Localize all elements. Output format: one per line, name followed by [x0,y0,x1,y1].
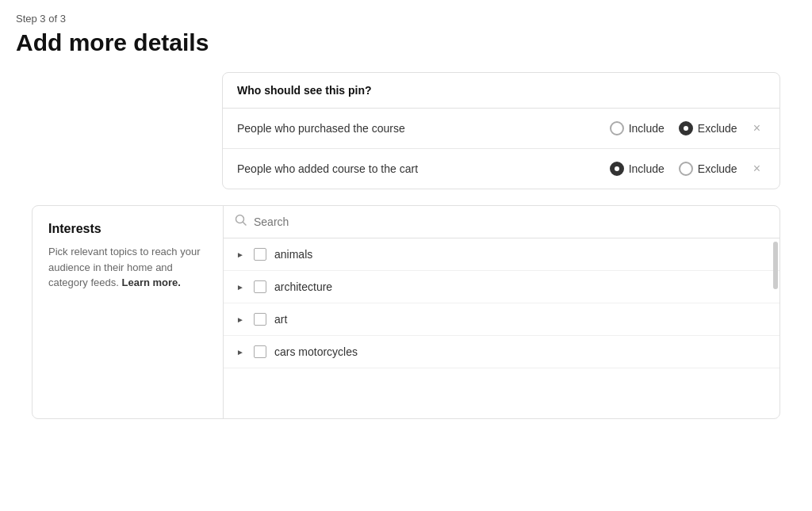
interest-item-architecture: ► architecture [224,271,779,303]
audience-row-cart-include-label: Include [629,162,665,175]
svg-line-1 [243,223,247,226]
audience-row-cart-label: People who added course to the cart [237,162,610,175]
interest-checkbox-art[interactable] [254,313,266,326]
page-title: Add more details [16,29,796,56]
audience-row-cart-exclude-option[interactable]: Exclude [679,162,737,176]
audience-row-cart-exclude-label: Exclude [698,162,737,175]
interest-label-architecture: architecture [274,280,332,293]
expand-arrow-art[interactable]: ► [236,315,246,324]
audience-row-purchased-include-option[interactable]: Include [610,121,665,135]
interest-label-cars-motorcycles: cars motorcycles [274,345,358,358]
interests-section: Interests Pick relevant topics to reach … [32,205,780,419]
audience-card-title: Who should see this pin? [237,84,372,97]
interests-sidebar: Interests Pick relevant topics to reach … [33,206,223,418]
expand-arrow-architecture[interactable]: ► [236,283,246,292]
interest-label-art: art [274,313,287,326]
interests-title: Interests [48,222,207,236]
expand-arrow-animals[interactable]: ► [236,250,246,259]
audience-row-cart-include-option[interactable]: Include [610,162,665,176]
audience-row-purchased: People who purchased the course Include … [223,109,779,149]
audience-row-purchased-include-radio[interactable] [610,121,624,135]
page-wrapper: Step 3 of 3 Add more details Who should … [0,0,812,511]
audience-row-purchased-close[interactable]: × [749,120,765,137]
audience-row-purchased-exclude-radio[interactable] [679,121,693,135]
scrollbar-indicator[interactable] [773,242,778,289]
interests-search-input[interactable] [254,215,768,228]
audience-row-purchased-radio-group: Include Exclude [610,121,737,135]
interest-item-cars-motorcycles: ► cars motorcycles [224,336,779,368]
interests-description: Pick relevant topics to reach your audie… [48,244,207,291]
interests-learn-more-link[interactable]: Learn more. [122,276,181,288]
audience-row-cart: People who added course to the cart Incl… [223,149,779,189]
interest-item-animals: ► animals [224,238,779,271]
interest-checkbox-cars-motorcycles[interactable] [254,345,266,358]
audience-row-purchased-exclude-option[interactable]: Exclude [679,121,737,135]
audience-row-cart-radio-group: Include Exclude [610,162,737,176]
audience-row-cart-exclude-radio[interactable] [679,162,693,176]
audience-row-purchased-include-label: Include [629,122,665,135]
audience-row-cart-close[interactable]: × [749,160,765,177]
audience-row-purchased-label: People who purchased the course [237,122,610,135]
audience-card-header: Who should see this pin? [223,73,779,109]
interests-search-bar [224,206,779,238]
audience-row-purchased-exclude-label: Exclude [698,122,737,135]
audience-row-cart-include-radio[interactable] [610,162,624,176]
expand-arrow-cars-motorcycles[interactable]: ► [236,348,246,357]
interest-label-animals: animals [274,248,312,261]
step-label: Step 3 of 3 [16,13,796,25]
interests-content: ► animals ► architecture ► art [223,206,779,418]
interest-checkbox-architecture[interactable] [254,280,266,293]
interest-item-art: ► art [224,303,779,336]
search-icon [235,214,247,230]
audience-card: Who should see this pin? People who purc… [222,72,780,189]
interest-checkbox-animals[interactable] [254,248,266,261]
interests-list: ► animals ► architecture ► art [224,238,779,368]
